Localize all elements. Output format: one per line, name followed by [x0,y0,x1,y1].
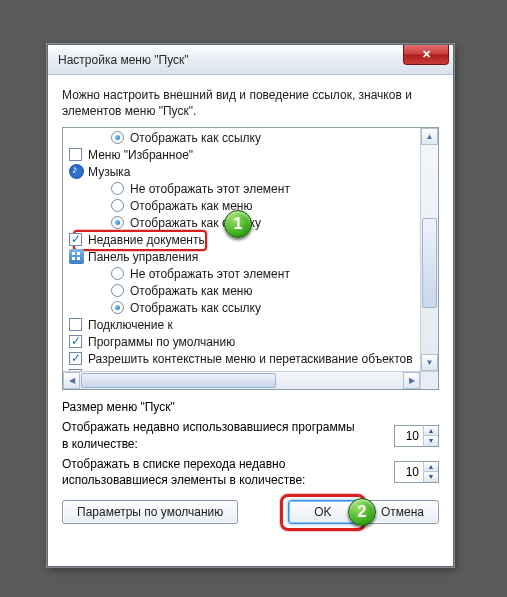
checkbox-control[interactable] [69,352,82,365]
spin-down-button[interactable]: ▼ [424,472,438,482]
defaults-button[interactable]: Параметры по умолчанию [62,500,238,524]
dialog-button-row: Параметры по умолчанию OK Отмена [62,500,439,524]
horizontal-scrollbar[interactable]: ◀ ▶ [63,371,420,389]
option-row[interactable]: Разрешить контекстные меню и перетаскива… [63,350,420,367]
option-row[interactable]: Музыка [63,163,420,180]
recent-programs-row: Отображать недавно использовавшиеся прог… [62,419,439,451]
checkbox-control[interactable] [69,233,82,246]
radio-control[interactable] [111,199,124,212]
option-row[interactable]: Меню "Избранное" [63,146,420,163]
recent-programs-input[interactable] [395,426,423,446]
scroll-right-button[interactable]: ▶ [403,372,420,389]
option-label: Меню "Избранное" [88,148,193,162]
jumplist-spinner[interactable]: ▲ ▼ [394,461,439,483]
jumplist-input[interactable] [395,462,423,482]
radio-control[interactable] [111,301,124,314]
vertical-scroll-thumb[interactable] [422,218,437,308]
radio-control[interactable] [111,131,124,144]
radio-control[interactable] [111,182,124,195]
horizontal-scroll-thumb[interactable] [81,373,276,388]
option-row[interactable]: Отображать как ссылку [63,129,420,146]
titlebar[interactable]: Настройка меню "Пуск" ✕ [48,45,453,75]
cancel-button[interactable]: Отмена [366,500,439,524]
option-label: Не отображать этот элемент [130,267,290,281]
spin-down-button[interactable]: ▼ [424,436,438,446]
scroll-up-button[interactable]: ▲ [421,128,438,145]
checkbox-control[interactable] [69,148,82,161]
jumplist-row: Отображать в списке перехода недавно исп… [62,456,439,488]
annotation-callout-1: 1 [224,210,252,238]
settings-window: Настройка меню "Пуск" ✕ Можно настроить … [47,44,454,567]
close-icon: ✕ [422,48,431,61]
recent-programs-label: Отображать недавно использовавшиеся прог… [62,419,362,451]
close-button[interactable]: ✕ [403,45,449,65]
option-label: Программы по умолчанию [88,335,235,349]
radio-control[interactable] [111,284,124,297]
vertical-scrollbar[interactable]: ▲ ▼ [420,128,438,371]
option-label: Не отображать этот элемент [130,182,290,196]
option-row[interactable]: Отображать как меню [63,282,420,299]
size-section-heading: Размер меню "Пуск" [62,400,439,414]
scroll-down-button[interactable]: ▼ [421,354,438,371]
options-listbox: Отображать как ссылкуМеню "Избранное"Муз… [62,127,439,390]
option-row[interactable]: Программы по умолчанию [63,333,420,350]
spin-up-button[interactable]: ▲ [424,426,438,436]
option-row[interactable]: Не отображать этот элемент [63,180,420,197]
option-label: Отображать как меню [130,284,252,298]
option-label: Недавние документы [88,233,207,247]
option-label: Музыка [88,165,130,179]
scrollbar-corner [420,371,438,389]
option-label: Панель управления [88,250,198,264]
panel-icon [69,249,84,264]
window-title: Настройка меню "Пуск" [58,53,189,67]
options-list-viewport[interactable]: Отображать как ссылкуМеню "Избранное"Муз… [63,128,420,371]
recent-programs-spinner[interactable]: ▲ ▼ [394,425,439,447]
radio-control[interactable] [111,216,124,229]
option-label: Отображать как ссылку [130,131,261,145]
checkbox-control[interactable] [69,335,82,348]
intro-text: Можно настроить внешний вид и поведение … [62,87,439,119]
option-label: Разрешить контекстные меню и перетаскива… [88,352,413,366]
spin-up-button[interactable]: ▲ [424,462,438,472]
option-row[interactable]: Не отображать этот элемент [63,265,420,282]
dialog-content: Можно настроить внешний вид и поведение … [48,75,453,536]
option-row[interactable]: Отображать как ссылку [63,299,420,316]
option-label: Отображать как ссылку [130,301,261,315]
option-row[interactable]: Подключение к [63,316,420,333]
radio-control[interactable] [111,267,124,280]
music-icon [69,164,84,179]
option-label: Подключение к [88,318,173,332]
annotation-callout-2: 2 [348,498,376,526]
checkbox-control[interactable] [69,318,82,331]
jumplist-label: Отображать в списке перехода недавно исп… [62,456,362,488]
scroll-left-button[interactable]: ◀ [63,372,80,389]
